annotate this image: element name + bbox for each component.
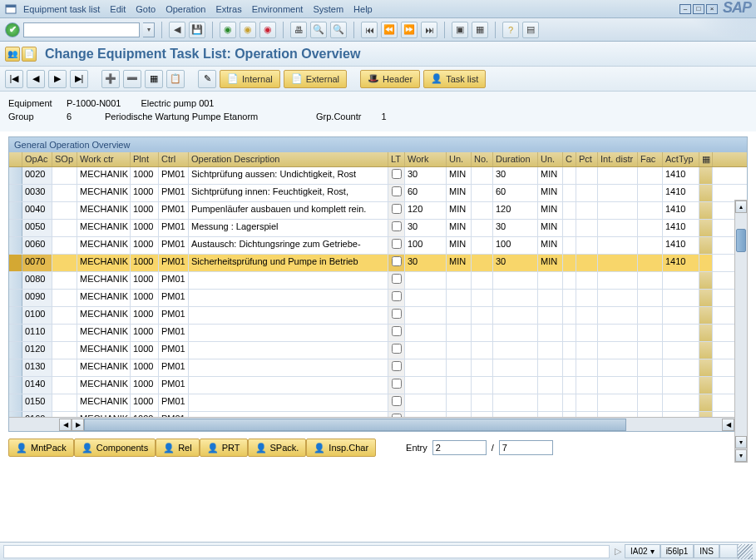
external-button[interactable]: 📄External: [284, 70, 347, 88]
cell[interactable]: [699, 359, 713, 376]
exit-button[interactable]: ◉: [240, 22, 256, 38]
cell[interactable]: [663, 412, 699, 417]
cell[interactable]: 1000: [131, 377, 159, 394]
col-header[interactable]: Fac: [638, 152, 663, 166]
cell[interactable]: [563, 220, 576, 236]
cell[interactable]: 0140: [22, 377, 52, 394]
col-header[interactable]: Operation Description: [189, 152, 388, 166]
cell[interactable]: MECHANIK: [77, 237, 131, 254]
cell[interactable]: [576, 167, 598, 184]
cell[interactable]: [9, 359, 22, 376]
cell[interactable]: 1000: [131, 237, 159, 254]
cell[interactable]: [563, 377, 576, 394]
cell[interactable]: [9, 394, 22, 411]
cell[interactable]: [638, 359, 663, 376]
cell[interactable]: [493, 342, 538, 359]
cell[interactable]: [699, 307, 713, 324]
cell[interactable]: [699, 412, 713, 417]
lt-checkbox[interactable]: [392, 344, 402, 354]
lt-checkbox[interactable]: [392, 361, 402, 371]
cell[interactable]: [576, 237, 598, 254]
cell[interactable]: [472, 394, 493, 411]
scroll-up-btn[interactable]: ▴: [735, 201, 747, 213]
cell[interactable]: MECHANIK: [77, 255, 131, 271]
spack-button[interactable]: 👤SPack.: [248, 439, 307, 457]
cell[interactable]: PM01: [159, 359, 189, 376]
cell[interactable]: [699, 394, 713, 411]
delete-row-icon[interactable]: ➖: [123, 70, 141, 88]
cell[interactable]: 1000: [131, 272, 159, 289]
col-header[interactable]: Pct: [576, 152, 598, 166]
menu-equipment-task-list[interactable]: Equipment task list: [23, 4, 100, 14]
col-header[interactable]: Duration: [493, 152, 538, 166]
table-row[interactable]: 0020MECHANIK1000PM01Sichtprüfung aussen:…: [9, 167, 747, 185]
cell[interactable]: [538, 394, 563, 411]
cell[interactable]: MECHANIK: [77, 325, 131, 341]
mntpack-button[interactable]: 👤MntPack: [8, 439, 74, 457]
cell[interactable]: [189, 359, 388, 376]
cell[interactable]: [388, 307, 405, 324]
cell[interactable]: Sicherheitsprüfung und Pumpe in Betrieb: [189, 255, 388, 271]
cell[interactable]: [9, 220, 22, 236]
cell[interactable]: PM01: [159, 202, 189, 219]
cell[interactable]: [405, 272, 447, 289]
details-icon[interactable]: 📄: [22, 47, 37, 62]
cell[interactable]: [699, 377, 713, 394]
cell[interactable]: [493, 325, 538, 341]
cell[interactable]: [472, 255, 493, 271]
cell[interactable]: [472, 325, 493, 341]
cell[interactable]: [576, 185, 598, 201]
cell[interactable]: [388, 202, 405, 219]
cell[interactable]: [388, 255, 405, 271]
cell[interactable]: [52, 342, 77, 359]
cell[interactable]: [538, 290, 563, 306]
cell[interactable]: MIN: [538, 185, 563, 201]
cell[interactable]: [576, 290, 598, 306]
cell[interactable]: [576, 202, 598, 219]
table-row[interactable]: 0130MECHANIK1000PM01: [9, 359, 747, 377]
cell[interactable]: [563, 359, 576, 376]
lt-checkbox[interactable]: [392, 239, 402, 249]
table-row[interactable]: 0090MECHANIK1000PM01: [9, 290, 747, 307]
cell[interactable]: [563, 290, 576, 306]
lt-checkbox[interactable]: [392, 291, 402, 301]
col-header[interactable]: Int. distr: [598, 152, 638, 166]
cell[interactable]: [663, 377, 699, 394]
cell[interactable]: [663, 290, 699, 306]
table-row[interactable]: 0110MECHANIK1000PM01: [9, 325, 747, 342]
cell[interactable]: [538, 377, 563, 394]
cell[interactable]: 30: [405, 255, 447, 271]
cell[interactable]: 0090: [22, 290, 52, 306]
lt-checkbox[interactable]: [392, 204, 402, 214]
cell[interactable]: [638, 185, 663, 201]
cell[interactable]: MECHANIK: [77, 202, 131, 219]
cell[interactable]: 0130: [22, 359, 52, 376]
cell[interactable]: [598, 202, 638, 219]
cell[interactable]: 1000: [131, 325, 159, 341]
cell[interactable]: [699, 272, 713, 289]
help-icon[interactable]: ?: [502, 22, 519, 38]
cell[interactable]: 1000: [131, 394, 159, 411]
save-icon[interactable]: 💾: [189, 22, 205, 38]
cell[interactable]: [576, 412, 598, 417]
cell[interactable]: [9, 167, 22, 184]
table-row[interactable]: 0030MECHANIK1000PM01Sichtprüfung innen: …: [9, 185, 747, 202]
cell[interactable]: [388, 377, 405, 394]
cell[interactable]: MECHANIK: [77, 272, 131, 289]
cell[interactable]: 1000: [131, 202, 159, 219]
cell[interactable]: 120: [493, 202, 538, 219]
cell[interactable]: 30: [405, 220, 447, 236]
col-header[interactable]: Work: [405, 152, 447, 166]
lt-checkbox[interactable]: [392, 414, 402, 417]
task-list-button[interactable]: 👤Task list: [423, 70, 486, 88]
cell[interactable]: [563, 237, 576, 254]
cell[interactable]: [699, 342, 713, 359]
cell[interactable]: [598, 359, 638, 376]
cell[interactable]: [563, 307, 576, 324]
edit-icon[interactable]: ✎: [198, 70, 216, 88]
cell[interactable]: MECHANIK: [77, 290, 131, 306]
cell[interactable]: [563, 255, 576, 271]
cell[interactable]: [472, 237, 493, 254]
cell[interactable]: [447, 272, 472, 289]
cell[interactable]: 1000: [131, 220, 159, 236]
